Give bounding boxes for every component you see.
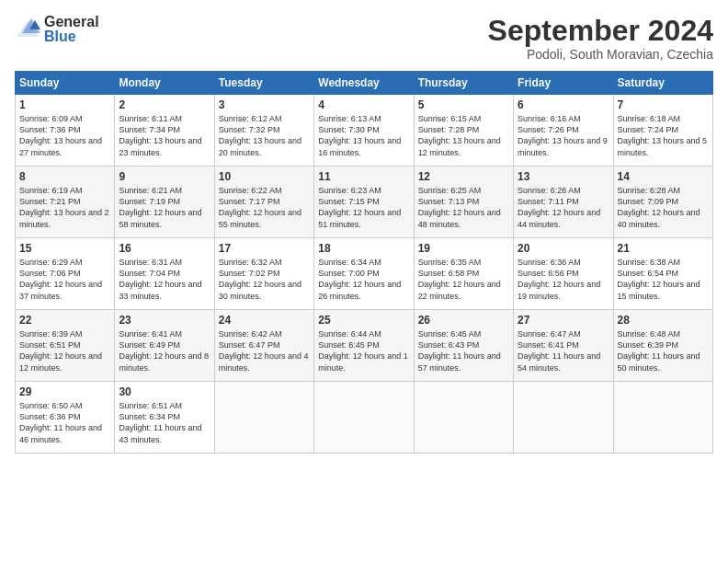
calendar-cell-19: 19Sunrise: 6:35 AM Sunset: 6:58 PM Dayli… (414, 238, 513, 310)
calendar-cell-1: 1Sunrise: 6:09 AM Sunset: 7:36 PM Daylig… (16, 95, 115, 167)
calendar-cell-empty (214, 382, 313, 454)
calendar-header-row: SundayMondayTuesdayWednesdayThursdayFrid… (16, 72, 713, 95)
calendar-cell-3: 3Sunrise: 6:12 AM Sunset: 7:32 PM Daylig… (214, 95, 313, 167)
logo-icon (15, 17, 40, 42)
title-block: September 2024 Podoli, South Moravian, C… (488, 15, 713, 62)
calendar-cell-6: 6Sunrise: 6:16 AM Sunset: 7:26 PM Daylig… (514, 95, 613, 167)
logo-general-text: General (44, 15, 99, 29)
header-day-monday: Monday (115, 72, 214, 95)
calendar-cell-7: 7Sunrise: 6:18 AM Sunset: 7:24 PM Daylig… (613, 95, 712, 167)
calendar-cell-11: 11Sunrise: 6:23 AM Sunset: 7:15 PM Dayli… (314, 167, 414, 238)
calendar-cell-8: 8Sunrise: 6:19 AM Sunset: 7:21 PM Daylig… (16, 167, 115, 238)
calendar-week-3: 22Sunrise: 6:39 AM Sunset: 6:51 PM Dayli… (16, 310, 713, 382)
calendar-cell-empty (613, 382, 712, 454)
header-day-friday: Friday (514, 72, 613, 95)
calendar-cell-15: 15Sunrise: 6:29 AM Sunset: 7:06 PM Dayli… (16, 238, 115, 310)
header-day-saturday: Saturday (613, 72, 712, 95)
calendar-cell-empty (314, 382, 414, 454)
calendar-cell-20: 20Sunrise: 6:36 AM Sunset: 6:56 PM Dayli… (514, 238, 613, 310)
calendar-cell-21: 21Sunrise: 6:38 AM Sunset: 6:54 PM Dayli… (613, 238, 712, 310)
calendar-cell-24: 24Sunrise: 6:42 AM Sunset: 6:47 PM Dayli… (214, 310, 313, 382)
calendar-table: SundayMondayTuesdayWednesdayThursdayFrid… (15, 71, 713, 454)
calendar-cell-5: 5Sunrise: 6:15 AM Sunset: 7:28 PM Daylig… (414, 95, 513, 167)
calendar-cell-23: 23Sunrise: 6:41 AM Sunset: 6:49 PM Dayli… (115, 310, 214, 382)
calendar-cell-13: 13Sunrise: 6:26 AM Sunset: 7:11 PM Dayli… (514, 167, 613, 238)
header-day-sunday: Sunday (16, 72, 115, 95)
calendar-cell-14: 14Sunrise: 6:28 AM Sunset: 7:09 PM Dayli… (613, 167, 712, 238)
calendar-body: 1Sunrise: 6:09 AM Sunset: 7:36 PM Daylig… (16, 95, 713, 454)
calendar-cell-28: 28Sunrise: 6:48 AM Sunset: 6:39 PM Dayli… (613, 310, 712, 382)
calendar-week-0: 1Sunrise: 6:09 AM Sunset: 7:36 PM Daylig… (16, 95, 713, 167)
logo-blue-text: Blue (44, 29, 99, 44)
calendar-cell-17: 17Sunrise: 6:32 AM Sunset: 7:02 PM Dayli… (214, 238, 313, 310)
calendar-cell-2: 2Sunrise: 6:11 AM Sunset: 7:34 PM Daylig… (115, 95, 214, 167)
calendar-cell-4: 4Sunrise: 6:13 AM Sunset: 7:30 PM Daylig… (314, 95, 414, 167)
month-title: September 2024 (488, 15, 713, 47)
calendar-cell-empty (414, 382, 513, 454)
calendar-cell-27: 27Sunrise: 6:47 AM Sunset: 6:41 PM Dayli… (514, 310, 613, 382)
calendar-cell-22: 22Sunrise: 6:39 AM Sunset: 6:51 PM Dayli… (16, 310, 115, 382)
calendar-cell-16: 16Sunrise: 6:31 AM Sunset: 7:04 PM Dayli… (115, 238, 214, 310)
calendar-cell-25: 25Sunrise: 6:44 AM Sunset: 6:45 PM Dayli… (314, 310, 414, 382)
calendar-cell-9: 9Sunrise: 6:21 AM Sunset: 7:19 PM Daylig… (115, 167, 214, 238)
calendar-cell-12: 12Sunrise: 6:25 AM Sunset: 7:13 PM Dayli… (414, 167, 513, 238)
calendar-cell-29: 29Sunrise: 6:50 AM Sunset: 6:36 PM Dayli… (16, 382, 115, 454)
calendar-cell-empty (514, 382, 613, 454)
location: Podoli, South Moravian, Czechia (488, 47, 713, 62)
calendar-cell-26: 26Sunrise: 6:45 AM Sunset: 6:43 PM Dayli… (414, 310, 513, 382)
calendar-cell-30: 30Sunrise: 6:51 AM Sunset: 6:34 PM Dayli… (115, 382, 214, 454)
calendar-week-4: 29Sunrise: 6:50 AM Sunset: 6:36 PM Dayli… (16, 382, 713, 454)
calendar-week-1: 8Sunrise: 6:19 AM Sunset: 7:21 PM Daylig… (16, 167, 713, 238)
calendar-week-2: 15Sunrise: 6:29 AM Sunset: 7:06 PM Dayli… (16, 238, 713, 310)
logo: General Blue (15, 15, 99, 44)
header-day-tuesday: Tuesday (214, 72, 313, 95)
calendar-cell-10: 10Sunrise: 6:22 AM Sunset: 7:17 PM Dayli… (214, 167, 313, 238)
calendar-cell-18: 18Sunrise: 6:34 AM Sunset: 7:00 PM Dayli… (314, 238, 414, 310)
header-day-thursday: Thursday (414, 72, 513, 95)
header-day-wednesday: Wednesday (314, 72, 414, 95)
